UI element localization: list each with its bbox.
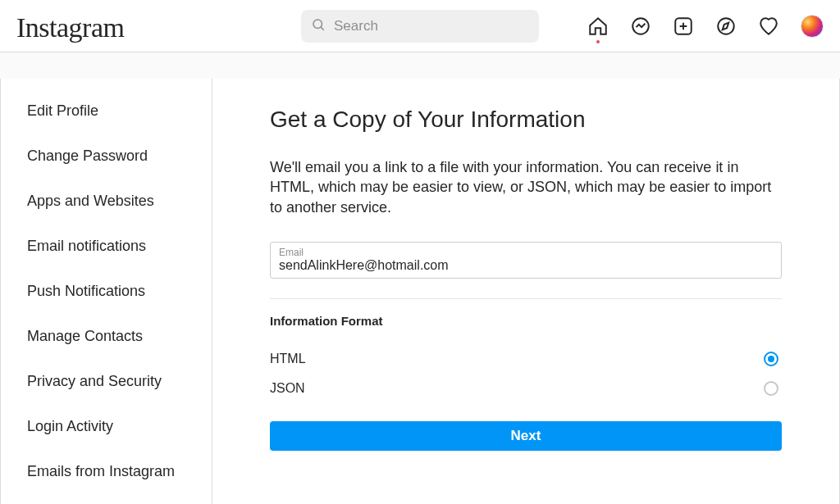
activity-icon[interactable] xyxy=(758,16,779,37)
divider xyxy=(270,298,782,299)
search-input[interactable] xyxy=(301,10,539,43)
sidebar-item-emails-from-instagram[interactable]: Emails from Instagram xyxy=(1,449,212,494)
sidebar-item-push-notifications[interactable]: Push Notifications xyxy=(1,269,212,314)
instagram-logo[interactable]: Instagram xyxy=(16,9,124,43)
home-icon[interactable] xyxy=(587,16,609,37)
sidebar-item-apps-websites[interactable]: Apps and Websites xyxy=(1,179,212,224)
sidebar-item-manage-contacts[interactable]: Manage Contacts xyxy=(1,314,212,359)
sidebar-item-privacy-security[interactable]: Privacy and Security xyxy=(1,359,212,404)
search-wrap xyxy=(301,10,539,43)
radio-icon[interactable] xyxy=(764,352,778,366)
sidebar-item-login-activity[interactable]: Login Activity xyxy=(1,404,212,449)
profile-avatar[interactable] xyxy=(801,15,824,38)
settings-sidebar: Edit Profile Change Password Apps and We… xyxy=(1,79,212,504)
notification-dot xyxy=(596,40,600,43)
svg-marker-7 xyxy=(723,22,729,30)
main-content: Get a Copy of Your Information We'll ema… xyxy=(212,79,839,504)
format-option-html[interactable]: HTML xyxy=(270,344,782,374)
next-button[interactable]: Next xyxy=(270,421,782,451)
format-option-json[interactable]: JSON xyxy=(270,374,782,403)
page-title: Get a Copy of Your Information xyxy=(270,107,782,133)
sidebar-item-email-notifications[interactable]: Email notifications xyxy=(1,224,212,269)
format-label: JSON xyxy=(270,381,305,396)
sidebar-item-edit-profile[interactable]: Edit Profile xyxy=(1,89,212,134)
radio-icon[interactable] xyxy=(764,381,778,396)
top-nav: Instagram xyxy=(0,0,840,52)
page-description: We'll email you a link to a file with yo… xyxy=(270,157,778,217)
messenger-icon[interactable] xyxy=(630,16,651,37)
explore-icon[interactable] xyxy=(715,16,737,37)
new-post-icon[interactable] xyxy=(673,16,694,37)
email-input[interactable] xyxy=(279,258,773,273)
email-label: Email xyxy=(279,247,773,258)
svg-point-6 xyxy=(718,18,734,34)
format-heading: Information Format xyxy=(270,314,782,328)
settings-container: Edit Profile Change Password Apps and We… xyxy=(0,79,840,504)
format-label: HTML xyxy=(270,352,306,366)
sidebar-item-change-password[interactable]: Change Password xyxy=(1,134,212,179)
email-field[interactable]: Email xyxy=(270,242,782,279)
nav-icons xyxy=(587,15,824,38)
